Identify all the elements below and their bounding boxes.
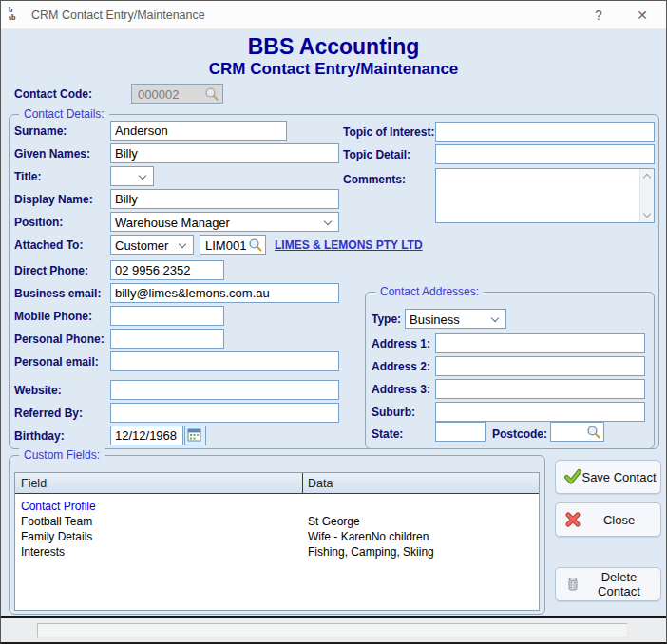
- given-names-input[interactable]: [110, 143, 339, 163]
- custom-fields-group-label: Custom Fields:: [19, 448, 105, 462]
- birthday-input[interactable]: [110, 426, 183, 445]
- birthday-calendar-button[interactable]: [184, 426, 206, 445]
- direct-phone-label: Direct Phone:: [14, 264, 88, 277]
- topic-of-interest-label: Topic of Interest:: [343, 125, 434, 139]
- title-label: Title:: [14, 170, 41, 183]
- contact-code-value: 000002: [138, 87, 179, 102]
- personal-phone-input[interactable]: [110, 329, 224, 349]
- comments-scrollbar[interactable]: [639, 169, 654, 222]
- position-label: Position:: [14, 216, 63, 229]
- trash-bin-icon: [564, 576, 581, 593]
- custom-fields-table: Field Data Contact Profile Football Team…: [14, 472, 540, 611]
- title-bar: bsb CRM Contact Entry/Maintenance ? ✕: [1, 1, 666, 29]
- chevron-down-icon: [139, 172, 146, 180]
- mobile-phone-label: Mobile Phone:: [14, 310, 92, 323]
- given-names-label: Given Names:: [14, 147, 90, 161]
- postcode-field[interactable]: [550, 422, 604, 442]
- address1-input[interactable]: [435, 333, 645, 353]
- surname-label: Surname:: [14, 124, 67, 138]
- address3-label: Address 3:: [372, 383, 430, 396]
- attached-to-code-value: LIM001: [205, 238, 246, 253]
- table-row-interests[interactable]: Interests Fishing, Camping, Skiing: [15, 544, 539, 559]
- table-row-football-team[interactable]: Football Team St George: [15, 514, 539, 529]
- close-button[interactable]: Close: [555, 502, 661, 537]
- address2-input[interactable]: [435, 356, 645, 376]
- business-email-input[interactable]: [110, 283, 339, 303]
- personal-phone-label: Personal Phone:: [14, 332, 105, 346]
- chevron-down-icon: [491, 314, 499, 322]
- address-type-dropdown[interactable]: Business: [405, 309, 506, 329]
- search-icon[interactable]: [204, 86, 219, 102]
- app-title: BBS Accounting: [1, 34, 666, 60]
- status-bar: [1, 618, 666, 643]
- column-header-field[interactable]: Field: [21, 477, 47, 490]
- title-dropdown[interactable]: [110, 166, 154, 186]
- screen-title: CRM Contact Entry/Maintenance: [1, 60, 666, 79]
- state-label: State:: [372, 427, 403, 441]
- position-dropdown[interactable]: Warehouse Manager: [110, 212, 339, 232]
- window-title: CRM Contact Entry/Maintenance: [31, 9, 205, 22]
- referred-by-label: Referred By:: [14, 407, 83, 420]
- close-window-button[interactable]: ✕: [620, 1, 664, 29]
- website-input[interactable]: [110, 380, 339, 400]
- address2-label: Address 2:: [372, 360, 430, 373]
- address-type-label: Type:: [372, 313, 401, 326]
- direct-phone-input[interactable]: [110, 260, 224, 280]
- check-icon: [564, 468, 581, 485]
- suburb-input[interactable]: [435, 402, 645, 422]
- topic-detail-label: Topic Detail:: [343, 148, 410, 161]
- birthday-label: Birthday:: [14, 429, 65, 443]
- referred-by-input[interactable]: [110, 403, 339, 423]
- topic-of-interest-input[interactable]: [435, 122, 655, 142]
- display-name-label: Display Name:: [14, 193, 93, 206]
- attached-to-type-dropdown[interactable]: Customer: [110, 235, 194, 255]
- chevron-down-icon: [179, 240, 186, 248]
- attached-to-code-field[interactable]: LIM001: [200, 235, 266, 255]
- postcode-label: Postcode:: [492, 427, 547, 441]
- comments-label: Comments:: [343, 173, 406, 186]
- help-button[interactable]: ?: [577, 1, 620, 29]
- attached-company-link[interactable]: LIMES & LEMONS PTY LTD: [275, 238, 423, 252]
- display-name-input[interactable]: [110, 189, 339, 209]
- calendar-icon: [187, 427, 202, 443]
- save-contact-button[interactable]: Save Contact: [555, 460, 661, 494]
- column-header-data[interactable]: Data: [308, 477, 333, 490]
- status-message-panel: [37, 623, 628, 638]
- red-x-icon: [564, 511, 581, 528]
- suburb-label: Suburb:: [372, 406, 415, 419]
- personal-email-input[interactable]: [110, 351, 339, 371]
- delete-contact-button[interactable]: Delete Contact: [555, 567, 661, 601]
- bsb-logo-icon: bsb: [9, 7, 26, 24]
- attached-to-label: Attached To:: [14, 238, 83, 252]
- personal-email-label: Personal email:: [14, 355, 99, 369]
- state-input[interactable]: [435, 422, 486, 442]
- website-label: Website:: [14, 384, 62, 397]
- contact-code-field[interactable]: 000002: [131, 84, 223, 104]
- custom-fields-header: Field Data: [15, 473, 539, 494]
- contact-code-label: Contact Code:: [14, 87, 92, 101]
- table-row-contact-profile[interactable]: Contact Profile: [15, 499, 539, 514]
- address1-label: Address 1:: [372, 337, 430, 350]
- topic-detail-input[interactable]: [435, 144, 655, 164]
- search-icon[interactable]: [586, 425, 601, 440]
- scroll-down-icon[interactable]: [643, 210, 651, 218]
- crm-window: bsb CRM Contact Entry/Maintenance ? ✕ BB…: [0, 0, 667, 644]
- column-divider[interactable]: [302, 473, 303, 494]
- chevron-down-icon: [324, 218, 332, 225]
- comments-textarea[interactable]: [435, 168, 655, 223]
- search-icon[interactable]: [248, 237, 263, 253]
- contact-addresses-group-label: Contact Addresses:: [375, 285, 484, 298]
- mobile-phone-input[interactable]: [110, 306, 224, 326]
- business-email-label: Business email:: [14, 287, 101, 300]
- address3-input[interactable]: [435, 379, 645, 399]
- scroll-up-icon[interactable]: [643, 174, 651, 181]
- contact-details-group-label: Contact Details:: [19, 107, 109, 121]
- table-row-family-details[interactable]: Family Details Wife - KarenNo children: [15, 529, 539, 544]
- surname-input[interactable]: [110, 121, 287, 141]
